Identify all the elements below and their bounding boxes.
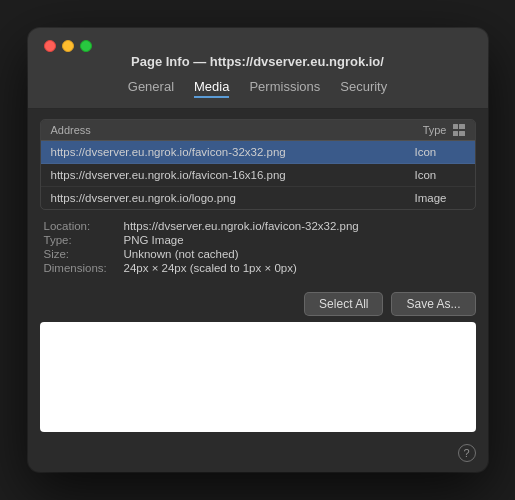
row-type: Image (415, 192, 465, 204)
dimensions-value: 24px × 24px (scaled to 1px × 0px) (124, 262, 472, 274)
bottom-bar: ? (28, 440, 488, 472)
minimize-button[interactable] (62, 40, 74, 52)
location-label: Location: (44, 220, 124, 232)
action-buttons: Select All Save As... (28, 284, 488, 322)
address-header: Address (51, 124, 91, 136)
tab-general[interactable]: General (128, 77, 174, 98)
row-url: https://dvserver.eu.ngrok.io/favicon-16x… (51, 169, 286, 181)
info-section: Location: https://dvserver.eu.ngrok.io/f… (28, 210, 488, 284)
page-info-window: Page Info — https://dvserver.eu.ngrok.io… (28, 28, 488, 472)
close-button[interactable] (44, 40, 56, 52)
table-row[interactable]: https://dvserver.eu.ngrok.io/logo.png Im… (41, 187, 475, 209)
window-title: Page Info — https://dvserver.eu.ngrok.io… (131, 54, 384, 69)
tab-permissions[interactable]: Permissions (249, 77, 320, 98)
title-bar: Page Info — https://dvserver.eu.ngrok.io… (28, 28, 488, 109)
save-as-button[interactable]: Save As... (391, 292, 475, 316)
tab-bar: General Media Permissions Security (128, 77, 387, 98)
image-preview (40, 322, 476, 432)
row-type: Icon (415, 169, 465, 181)
maximize-button[interactable] (80, 40, 92, 52)
help-button[interactable]: ? (458, 444, 476, 462)
row-url: https://dvserver.eu.ngrok.io/favicon-32x… (51, 146, 286, 158)
table-row[interactable]: https://dvserver.eu.ngrok.io/favicon-32x… (41, 141, 475, 164)
type-header: Type (423, 124, 447, 136)
row-url: https://dvserver.eu.ngrok.io/logo.png (51, 192, 236, 204)
type-value: PNG Image (124, 234, 472, 246)
select-all-button[interactable]: Select All (304, 292, 383, 316)
grid-view-icon[interactable] (453, 124, 465, 136)
size-label: Size: (44, 248, 124, 260)
row-type: Icon (415, 146, 465, 158)
location-value: https://dvserver.eu.ngrok.io/favicon-32x… (124, 220, 472, 232)
media-table: Address Type https://dvserver.eu.ngrok.i… (40, 119, 476, 210)
type-header-group: Type (423, 124, 465, 136)
tab-security[interactable]: Security (340, 77, 387, 98)
type-label: Type: (44, 234, 124, 246)
main-content: Address Type https://dvserver.eu.ngrok.i… (28, 119, 488, 472)
dimensions-label: Dimensions: (44, 262, 124, 274)
size-value: Unknown (not cached) (124, 248, 472, 260)
tab-media[interactable]: Media (194, 77, 229, 98)
table-header: Address Type (41, 120, 475, 141)
table-row[interactable]: https://dvserver.eu.ngrok.io/favicon-16x… (41, 164, 475, 187)
traffic-lights (44, 40, 92, 52)
